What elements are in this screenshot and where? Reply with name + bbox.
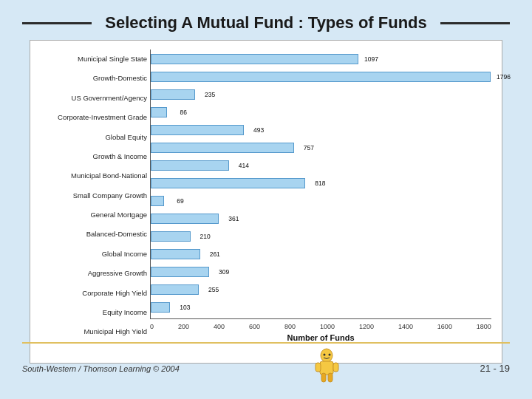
svg-rect-5 <box>328 373 332 382</box>
bar-value-label: 818 <box>315 180 325 187</box>
bar-value-label: 757 <box>304 144 314 151</box>
y-label: Aggressive Growth <box>41 268 147 279</box>
bar: 493 <box>151 125 244 135</box>
bar-row: 255 <box>151 282 491 298</box>
bar-row: 86 <box>151 104 491 120</box>
x-tick-label: 600 <box>249 323 260 330</box>
footer: South-Western / Thomson Learning © 2004 … <box>22 342 510 389</box>
bar-row: 69 <box>151 193 491 209</box>
x-tick-label: 400 <box>214 323 225 330</box>
x-tick-label: 1600 <box>437 323 452 330</box>
y-label: Global Income <box>41 249 147 259</box>
bar: 757 <box>151 143 294 153</box>
y-label: Equity Income <box>41 307 147 318</box>
y-label: Municipal High Yield <box>41 327 147 337</box>
svg-rect-2 <box>316 363 321 372</box>
bar-value-label: 361 <box>228 215 239 222</box>
bar-value-label: 1796 <box>497 73 511 81</box>
bar-value-label: 261 <box>210 250 220 258</box>
bar-value-label: 210 <box>200 233 211 240</box>
bar: 235 <box>151 89 195 100</box>
bars-section: 1097179623586493757414818693612102613092… <box>150 50 491 319</box>
bar: 1097 <box>151 54 358 64</box>
y-label: Municipal Single State <box>41 54 147 64</box>
bar: 818 <box>151 178 305 188</box>
footer-page-number: 21 - 19 <box>480 363 510 374</box>
slide-header: Selecting A Mutual Fund : Types of Funds <box>0 0 532 40</box>
y-label: Growth-Domestic <box>41 73 147 83</box>
bar-row: 309 <box>151 264 491 280</box>
y-label: Small Company Growth <box>41 191 147 201</box>
bar-value-label: 69 <box>177 197 183 205</box>
bar-value-label: 493 <box>253 126 264 134</box>
bar: 255 <box>151 284 199 295</box>
svg-rect-4 <box>321 373 326 382</box>
svg-point-7 <box>328 354 330 356</box>
x-tick-label: 200 <box>178 323 189 330</box>
header-line-right <box>440 22 510 24</box>
y-label: Growth & Income <box>41 151 147 162</box>
bar-row: 818 <box>151 175 491 191</box>
slide-title: Selecting A Mutual Fund : Types of Funds <box>92 13 440 33</box>
y-label: General Mortgage <box>41 210 147 220</box>
bar: 309 <box>151 267 209 277</box>
footer-copyright: South-Western / Thomson Learning © 2004 <box>22 364 180 373</box>
x-tick-label: 1200 <box>359 323 374 330</box>
svg-rect-3 <box>333 363 338 372</box>
x-axis-title: Number of Funds <box>150 333 491 342</box>
x-tick-label: 0 <box>150 323 154 330</box>
bar-value-label: 309 <box>219 268 229 276</box>
svg-rect-1 <box>320 361 333 375</box>
y-label: US Government/Agency <box>41 93 147 103</box>
x-tick-label: 1400 <box>398 323 413 330</box>
y-label: Global Equity <box>41 132 147 143</box>
bar-value-label: 235 <box>205 91 215 98</box>
bar: 1796 <box>151 72 491 82</box>
bar-value-label: 414 <box>239 162 249 169</box>
bar-value-label: 255 <box>208 286 219 293</box>
bar-value-label: 103 <box>180 304 190 311</box>
bar: 103 <box>151 302 170 313</box>
header-line-left <box>22 22 92 24</box>
bar-row: 210 <box>151 228 491 245</box>
y-label: Balanced-Domestic <box>41 229 147 239</box>
bar-row: 757 <box>151 140 491 156</box>
y-label: Corporate-Investment Grade <box>41 112 147 123</box>
bar-row: 493 <box>151 122 491 138</box>
bar-row: 1097 <box>151 51 491 67</box>
x-tick-label: 1000 <box>320 323 335 330</box>
svg-point-0 <box>321 349 332 362</box>
bar-row: 235 <box>151 86 491 103</box>
chart-area: Municipal Single StateGrowth-DomesticUS … <box>41 50 491 342</box>
chart-container: Municipal Single StateGrowth-DomesticUS … <box>30 40 502 364</box>
x-tick-label: 1800 <box>477 323 491 330</box>
bar-value-label: 86 <box>180 109 187 116</box>
bar: 210 <box>151 231 191 242</box>
svg-point-6 <box>323 354 325 356</box>
bar: 414 <box>151 160 229 171</box>
bar: 86 <box>151 107 167 117</box>
mascot-icon <box>307 348 347 389</box>
bar-row: 1796 <box>151 69 491 85</box>
x-tick-label: 800 <box>284 323 296 330</box>
bar-row: 103 <box>151 299 491 316</box>
y-label: Corporate High Yield <box>41 288 147 299</box>
bar-value-label: 1097 <box>364 55 378 63</box>
bar-row: 414 <box>151 157 491 174</box>
x-axis-tick-labels: 020040060080010001200140016001800 <box>150 321 491 330</box>
y-label: Municipal Bond-National <box>41 171 147 181</box>
bar-row: 361 <box>151 211 491 227</box>
bar: 261 <box>151 249 200 259</box>
bar-row: 261 <box>151 246 491 262</box>
bar: 69 <box>151 196 164 206</box>
bar: 361 <box>151 214 219 224</box>
y-axis-labels: Municipal Single StateGrowth-DomesticUS … <box>41 50 150 342</box>
